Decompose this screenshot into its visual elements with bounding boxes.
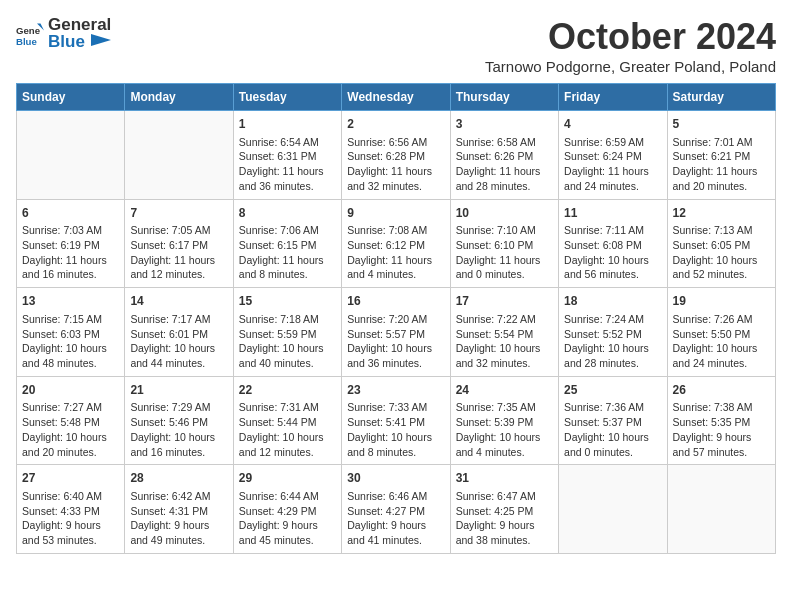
day-info: Sunrise: 7:05 AM [130,223,227,238]
day-info: Daylight: 10 hours and 24 minutes. [673,341,770,370]
day-info: Sunset: 6:21 PM [673,149,770,164]
day-number: 12 [673,205,770,222]
day-info: Sunset: 6:08 PM [564,238,661,253]
day-info: Daylight: 9 hours and 41 minutes. [347,518,444,547]
day-info: Sunrise: 6:56 AM [347,135,444,150]
day-info: Sunrise: 7:01 AM [673,135,770,150]
header-wednesday: Wednesday [342,84,450,111]
calendar-cell: 18Sunrise: 7:24 AMSunset: 5:52 PMDayligh… [559,288,667,377]
day-info: Sunset: 6:19 PM [22,238,119,253]
day-number: 17 [456,293,553,310]
calendar-cell: 15Sunrise: 7:18 AMSunset: 5:59 PMDayligh… [233,288,341,377]
svg-text:Blue: Blue [16,35,37,46]
day-info: Sunrise: 7:31 AM [239,400,336,415]
day-info: Sunrise: 6:42 AM [130,489,227,504]
day-info: Daylight: 10 hours and 32 minutes. [456,341,553,370]
day-info: Sunset: 6:01 PM [130,327,227,342]
header-sunday: Sunday [17,84,125,111]
calendar-cell: 21Sunrise: 7:29 AMSunset: 5:46 PMDayligh… [125,376,233,465]
day-info: Daylight: 11 hours and 8 minutes. [239,253,336,282]
day-number: 16 [347,293,444,310]
day-info: Daylight: 10 hours and 52 minutes. [673,253,770,282]
day-number: 2 [347,116,444,133]
calendar-cell: 11Sunrise: 7:11 AMSunset: 6:08 PMDayligh… [559,199,667,288]
day-info: Sunrise: 7:27 AM [22,400,119,415]
day-info: Sunrise: 7:36 AM [564,400,661,415]
calendar-cell: 26Sunrise: 7:38 AMSunset: 5:35 PMDayligh… [667,376,775,465]
calendar-cell: 3Sunrise: 6:58 AMSunset: 6:26 PMDaylight… [450,111,558,200]
day-number: 4 [564,116,661,133]
day-info: Sunrise: 7:38 AM [673,400,770,415]
day-info: Sunset: 5:57 PM [347,327,444,342]
calendar-cell: 16Sunrise: 7:20 AMSunset: 5:57 PMDayligh… [342,288,450,377]
calendar-cell: 28Sunrise: 6:42 AMSunset: 4:31 PMDayligh… [125,465,233,554]
calendar-header-row: SundayMondayTuesdayWednesdayThursdayFrid… [17,84,776,111]
day-number: 15 [239,293,336,310]
calendar-cell: 27Sunrise: 6:40 AMSunset: 4:33 PMDayligh… [17,465,125,554]
day-info: Sunset: 5:52 PM [564,327,661,342]
day-info: Sunrise: 6:46 AM [347,489,444,504]
month-title: October 2024 [485,16,776,58]
day-number: 22 [239,382,336,399]
day-info: Sunset: 4:31 PM [130,504,227,519]
day-info: Sunrise: 7:10 AM [456,223,553,238]
calendar-cell: 13Sunrise: 7:15 AMSunset: 6:03 PMDayligh… [17,288,125,377]
calendar-cell: 17Sunrise: 7:22 AMSunset: 5:54 PMDayligh… [450,288,558,377]
day-info: Daylight: 10 hours and 40 minutes. [239,341,336,370]
day-info: Sunset: 5:50 PM [673,327,770,342]
day-info: Daylight: 10 hours and 4 minutes. [456,430,553,459]
header-friday: Friday [559,84,667,111]
day-number: 5 [673,116,770,133]
day-number: 20 [22,382,119,399]
day-info: Sunset: 6:17 PM [130,238,227,253]
day-number: 19 [673,293,770,310]
day-info: Sunset: 5:39 PM [456,415,553,430]
week-row-0: 1Sunrise: 6:54 AMSunset: 6:31 PMDaylight… [17,111,776,200]
calendar-cell: 4Sunrise: 6:59 AMSunset: 6:24 PMDaylight… [559,111,667,200]
day-info: Sunrise: 7:06 AM [239,223,336,238]
calendar-cell: 22Sunrise: 7:31 AMSunset: 5:44 PMDayligh… [233,376,341,465]
day-number: 23 [347,382,444,399]
day-info: Sunrise: 7:18 AM [239,312,336,327]
day-info: Sunset: 5:44 PM [239,415,336,430]
calendar-cell: 2Sunrise: 6:56 AMSunset: 6:28 PMDaylight… [342,111,450,200]
day-number: 26 [673,382,770,399]
day-info: Sunset: 5:59 PM [239,327,336,342]
day-info: Daylight: 11 hours and 20 minutes. [673,164,770,193]
calendar-cell: 14Sunrise: 7:17 AMSunset: 6:01 PMDayligh… [125,288,233,377]
day-info: Daylight: 9 hours and 57 minutes. [673,430,770,459]
day-info: Sunrise: 7:20 AM [347,312,444,327]
day-info: Sunrise: 6:40 AM [22,489,119,504]
day-info: Sunset: 5:37 PM [564,415,661,430]
calendar-cell: 10Sunrise: 7:10 AMSunset: 6:10 PMDayligh… [450,199,558,288]
day-info: Sunset: 6:10 PM [456,238,553,253]
day-info: Sunset: 6:05 PM [673,238,770,253]
day-info: Daylight: 11 hours and 36 minutes. [239,164,336,193]
day-info: Daylight: 10 hours and 12 minutes. [239,430,336,459]
day-info: Daylight: 10 hours and 28 minutes. [564,341,661,370]
day-info: Daylight: 11 hours and 16 minutes. [22,253,119,282]
calendar-cell: 8Sunrise: 7:06 AMSunset: 6:15 PMDaylight… [233,199,341,288]
day-info: Daylight: 9 hours and 45 minutes. [239,518,336,547]
day-number: 13 [22,293,119,310]
day-info: Daylight: 10 hours and 48 minutes. [22,341,119,370]
page-header: Gene Blue General Blue October 2024 Tarn… [16,16,776,75]
calendar-cell: 20Sunrise: 7:27 AMSunset: 5:48 PMDayligh… [17,376,125,465]
day-info: Sunset: 5:48 PM [22,415,119,430]
day-info: Sunset: 5:35 PM [673,415,770,430]
day-info: Sunset: 6:24 PM [564,149,661,164]
logo-blue-text: Blue [48,32,85,51]
day-info: Sunset: 6:03 PM [22,327,119,342]
logo: Gene Blue General Blue [16,16,113,52]
day-info: Daylight: 10 hours and 44 minutes. [130,341,227,370]
day-info: Daylight: 10 hours and 0 minutes. [564,430,661,459]
day-info: Sunrise: 7:26 AM [673,312,770,327]
day-number: 14 [130,293,227,310]
header-saturday: Saturday [667,84,775,111]
day-info: Daylight: 11 hours and 28 minutes. [456,164,553,193]
calendar-cell [667,465,775,554]
day-info: Sunset: 6:31 PM [239,149,336,164]
day-info: Daylight: 10 hours and 36 minutes. [347,341,444,370]
day-info: Daylight: 9 hours and 49 minutes. [130,518,227,547]
day-number: 11 [564,205,661,222]
